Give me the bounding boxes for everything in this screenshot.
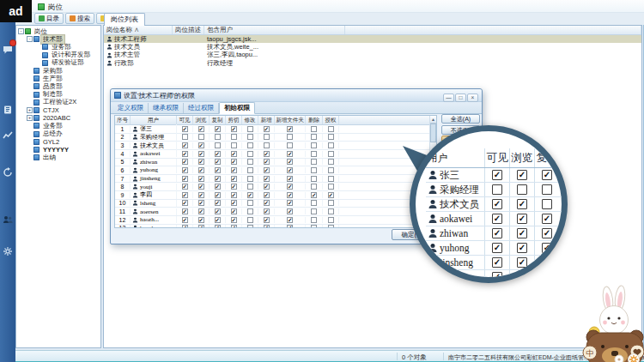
dialog-tab-继承权限[interactable]: 继承权限 [149, 103, 184, 113]
permission-checkbox[interactable]: ✓ [182, 208, 188, 214]
permission-checkbox[interactable]: ✓ [231, 126, 237, 132]
permission-checkbox[interactable]: ✓ [215, 200, 221, 206]
permission-checkbox[interactable]: ✓ [198, 184, 204, 190]
close-icon[interactable]: × [467, 94, 478, 102]
permission-checkbox[interactable]: ✓ [215, 192, 221, 198]
permission-checkbox[interactable]: ✓ [215, 225, 221, 228]
permission-checkbox[interactable]: ✓ [264, 159, 270, 165]
permission-checkbox[interactable]: ✓ [215, 176, 221, 182]
permission-row[interactable]: 13houzh...✓✓✓✓✓✓ [115, 225, 436, 229]
permission-checkbox[interactable]: ✓ [231, 151, 237, 157]
magnifier-checkbox[interactable]: ✓ [492, 170, 502, 180]
permission-checkbox[interactable]: ✓ [182, 167, 188, 173]
permission-checkbox[interactable] [328, 134, 334, 140]
permission-checkbox[interactable] [247, 200, 253, 206]
expand-icon[interactable]: + [27, 115, 33, 121]
table-row[interactable]: 技术文员技术文员,weite_... [104, 43, 641, 51]
permission-checkbox[interactable] [328, 167, 334, 173]
permission-checkbox[interactable] [264, 134, 270, 140]
tab-position-list[interactable]: 岗位列表 [104, 13, 145, 26]
permission-checkbox[interactable]: ✓ [287, 151, 293, 157]
permission-checkbox[interactable]: ✓ [287, 159, 293, 165]
permission-checkbox[interactable]: ✓ [287, 176, 293, 182]
tree-item[interactable]: +CTJX [16, 106, 100, 114]
permission-checkbox[interactable]: ✓ [231, 225, 237, 228]
permission-checkbox[interactable] [247, 142, 253, 148]
perm-column-2[interactable]: 可见 [177, 116, 193, 124]
perm-column-0[interactable]: 序号 [115, 116, 131, 124]
magnifier-checkbox[interactable]: ✓ [517, 243, 527, 253]
permission-checkbox[interactable] [247, 134, 253, 140]
permission-checkbox[interactable]: ✓ [182, 126, 188, 132]
permission-checkbox[interactable] [328, 217, 334, 223]
tree-item[interactable]: 总经办 [16, 130, 100, 137]
permission-checkbox[interactable] [311, 142, 317, 148]
tree-item[interactable]: 工程验证2X [16, 99, 100, 106]
expand-icon[interactable]: + [27, 107, 33, 113]
permission-checkbox[interactable]: ✓ [231, 159, 237, 165]
permission-checkbox[interactable]: ✓ [182, 217, 188, 223]
permission-checkbox[interactable] [311, 159, 317, 165]
magnifier-checkbox[interactable]: ✓ [517, 214, 527, 224]
permission-checkbox[interactable]: ✓ [311, 192, 317, 198]
magnifier-checkbox[interactable]: ✓ [517, 257, 527, 268]
permission-checkbox[interactable]: ✓ [215, 159, 221, 165]
permission-checkbox[interactable] [328, 126, 334, 132]
permission-row[interactable]: 6yuhong✓✓✓✓✓✓ [115, 166, 436, 175]
permission-checkbox[interactable] [311, 151, 317, 157]
select-button-0[interactable]: 全选(A) [441, 114, 480, 124]
permission-checkbox[interactable] [311, 126, 317, 132]
permission-checkbox[interactable]: ✓ [215, 208, 221, 214]
permission-checkbox[interactable]: ✓ [215, 126, 221, 132]
permission-checkbox[interactable] [311, 208, 317, 214]
permission-checkbox[interactable]: ✓ [287, 126, 293, 132]
notebook-icon[interactable] [3, 103, 13, 113]
magnifier-checkbox[interactable] [542, 199, 552, 209]
perm-column-1[interactable]: 用户 [131, 116, 177, 124]
permission-checkbox[interactable] [215, 134, 221, 140]
permission-checkbox[interactable]: ✓ [198, 151, 204, 157]
table-row[interactable]: 行政部行政经理 [104, 59, 641, 67]
scroll-up-icon[interactable]: ▲ [430, 116, 436, 124]
permission-row[interactable]: 7jinsheng✓✓✓✓✓✓ [115, 175, 436, 184]
permission-checkbox[interactable]: ✓ [182, 176, 188, 182]
perm-column-7[interactable]: 新增 [258, 116, 275, 124]
perm-column-10[interactable]: 授权 [323, 116, 339, 124]
permission-checkbox[interactable] [247, 184, 253, 190]
column-header-2[interactable]: 包含用户 [204, 26, 345, 34]
column-header-0[interactable]: 岗位名称 ∧ [104, 26, 173, 34]
magnifier-checkbox[interactable]: ✓ [492, 272, 502, 282]
permission-checkbox[interactable]: ✓ [215, 217, 221, 223]
magnifier-checkbox[interactable] [517, 184, 527, 195]
permission-checkbox[interactable]: ✓ [231, 167, 237, 173]
table-row[interactable]: 技术主管张三,李四,taopu... [104, 51, 641, 59]
permission-checkbox[interactable] [311, 176, 317, 182]
permission-checkbox[interactable] [247, 151, 253, 157]
maximize-icon[interactable]: □ [455, 94, 466, 102]
permission-checkbox[interactable] [311, 225, 317, 228]
permission-checkbox[interactable] [287, 134, 293, 140]
permission-checkbox[interactable]: ✓ [231, 217, 237, 223]
permission-checkbox[interactable]: ✓ [231, 200, 237, 206]
permission-checkbox[interactable] [247, 208, 253, 214]
permission-checkbox[interactable] [247, 225, 253, 228]
permission-checkbox[interactable]: ✓ [287, 217, 293, 223]
perm-column-6[interactable]: 修改 [242, 116, 258, 124]
permission-checkbox[interactable] [311, 167, 317, 173]
permission-checkbox[interactable] [311, 217, 317, 223]
magnifier-checkbox[interactable]: ✓ [517, 170, 527, 180]
permission-checkbox[interactable]: ✓ [264, 167, 270, 173]
permission-checkbox[interactable] [328, 159, 334, 165]
permission-checkbox[interactable]: ✓ [247, 192, 253, 198]
chart-icon[interactable] [3, 129, 13, 139]
dialog-tab-经过权限[interactable]: 经过权限 [184, 103, 219, 113]
permission-checkbox[interactable]: ✓ [198, 176, 204, 182]
permission-checkbox[interactable]: ✓ [287, 167, 293, 173]
permission-checkbox[interactable]: ✓ [264, 192, 270, 198]
magnifier-checkbox[interactable] [492, 184, 502, 195]
magnifier-checkbox[interactable]: ✓ [492, 199, 502, 209]
permission-checkbox[interactable] [247, 167, 253, 173]
permission-checkbox[interactable]: ✓ [231, 184, 237, 190]
sync-icon[interactable] [3, 166, 13, 176]
permission-checkbox[interactable] [328, 225, 334, 228]
